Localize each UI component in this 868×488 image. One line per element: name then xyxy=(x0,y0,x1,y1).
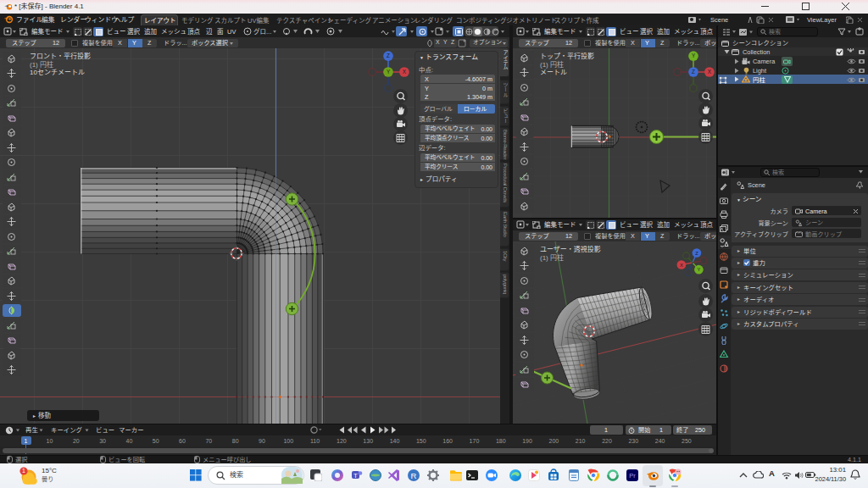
svg-text:T: T xyxy=(353,472,358,480)
svg-text:1: 1 xyxy=(22,468,25,474)
svg-text:Z: Z xyxy=(695,251,698,256)
svg-text:R: R xyxy=(410,471,416,480)
svg-text:Z: Z xyxy=(692,69,695,75)
svg-text:Z: Z xyxy=(387,53,390,58)
svg-text:Pr: Pr xyxy=(629,472,636,480)
svg-text:Y: Y xyxy=(697,267,700,272)
svg-text:X: X xyxy=(680,263,683,268)
